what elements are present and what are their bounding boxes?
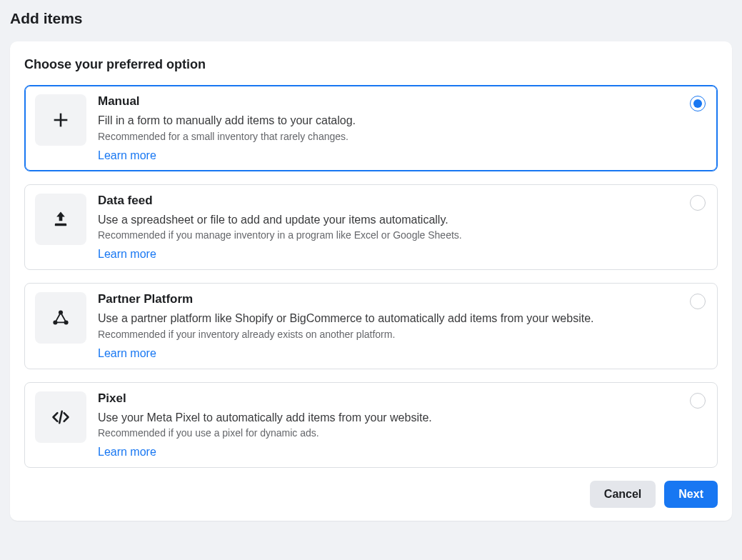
option-body: Pixel Use your Meta Pixel to automatical… xyxy=(86,391,706,459)
option-description: Fill in a form to manually add items to … xyxy=(98,113,677,129)
option-description: Use a partner platform like Shopify or B… xyxy=(98,311,677,326)
section-title: Choose your preferred option xyxy=(24,57,718,72)
option-description: Use your Meta Pixel to automatically add… xyxy=(98,410,677,426)
svg-point-3 xyxy=(59,311,63,315)
radio-manual[interactable] xyxy=(690,96,706,111)
option-pixel[interactable]: Pixel Use your Meta Pixel to automatical… xyxy=(24,382,718,469)
option-recommended: Recommended if your inventory already ex… xyxy=(98,329,677,340)
svg-point-4 xyxy=(53,321,57,325)
nodes-icon xyxy=(35,292,86,344)
footer-actions: Cancel Next xyxy=(24,481,718,508)
learn-more-link[interactable]: Learn more xyxy=(98,149,156,162)
radio-pixel[interactable] xyxy=(690,393,706,409)
option-title: Manual xyxy=(98,94,677,109)
page-title: Add items xyxy=(10,10,732,27)
option-manual[interactable]: Manual Fill in a form to manually add it… xyxy=(24,85,718,171)
learn-more-link[interactable]: Learn more xyxy=(98,347,156,360)
option-title: Partner Platform xyxy=(98,292,677,306)
option-body: Partner Platform Use a partner platform … xyxy=(86,292,706,360)
svg-line-6 xyxy=(59,411,62,423)
option-recommended: Recommended if you manage inventory in a… xyxy=(98,229,677,241)
option-body: Data feed Use a spreadsheet or file to a… xyxy=(86,194,706,261)
upload-icon xyxy=(35,194,86,245)
plus-icon xyxy=(35,94,86,146)
option-body: Manual Fill in a form to manually add it… xyxy=(86,94,706,162)
option-partner-platform[interactable]: Partner Platform Use a partner platform … xyxy=(24,283,718,369)
option-title: Pixel xyxy=(98,391,677,406)
options-card: Choose your preferred option Manual Fill… xyxy=(10,41,732,521)
learn-more-link[interactable]: Learn more xyxy=(98,446,156,459)
radio-data-feed[interactable] xyxy=(690,195,706,211)
cancel-button[interactable]: Cancel xyxy=(590,481,656,508)
code-icon xyxy=(35,391,86,443)
option-description: Use a spreadsheet or file to add and upd… xyxy=(98,212,677,228)
svg-rect-2 xyxy=(55,223,66,226)
option-title: Data feed xyxy=(98,194,677,208)
learn-more-link[interactable]: Learn more xyxy=(98,248,156,261)
option-recommended: Recommended for a small inventory that r… xyxy=(98,131,677,142)
next-button[interactable]: Next xyxy=(664,481,718,508)
svg-point-5 xyxy=(64,321,69,325)
option-data-feed[interactable]: Data feed Use a spreadsheet or file to a… xyxy=(24,184,718,271)
option-recommended: Recommended if you use a pixel for dynam… xyxy=(98,427,677,439)
